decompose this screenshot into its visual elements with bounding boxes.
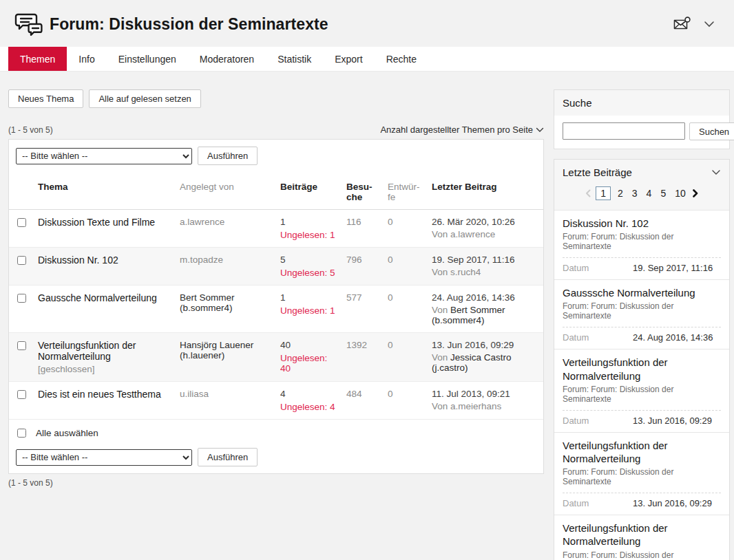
topic-row: Verteilungsfunktion der Normalverteilung… [9,333,543,382]
column-header[interactable]: Besu-che [341,172,382,210]
latest-post-forum: Forum: Forum: Diskussion der Seminartext… [563,550,721,560]
main-column: Neues Thema Alle auf gelesen setzen (1 -… [8,89,544,488]
tab[interactable]: Moderatoren [188,47,266,71]
column-header[interactable]: Letzter Beitrag [426,172,543,210]
bulk-action-select-top[interactable]: -- Bitte wählen -- [16,148,192,164]
unread-link[interactable]: Ungelesen: 1 [280,305,335,316]
unread-link[interactable]: Ungelesen: 1 [280,230,335,240]
bulk-action-select-bottom[interactable]: -- Bitte wählen -- [16,449,192,466]
last-post-date: 19. Sep 2017, 11:16 [432,255,538,265]
last-post-author: Von Bert Sommer (b.sommer4) [432,305,538,325]
tab[interactable]: Einstellungen [107,47,188,71]
execute-button-top[interactable]: Ausführen [198,147,258,165]
latest-post-item: Verteilungsfunktion der Normalverteilung… [554,432,729,515]
topic-author: m.topadze [180,255,223,265]
tab[interactable]: Info [67,47,106,71]
column-header[interactable]: Entwür-fe [382,172,426,210]
latest-post-forum: Forum: Forum: Diskussion der Seminartext… [563,385,721,404]
post-count: 5 [280,255,335,265]
search-input[interactable] [563,122,685,140]
page-number[interactable]: 4 [644,187,654,200]
unread-link[interactable]: Ungelesen: 4 [280,402,335,412]
visit-count: 796 [346,255,362,265]
column-header[interactable]: Thema [32,172,174,210]
search-panel: Suche Suchen [554,89,730,149]
date-value: 24. Aug 2016, 14:36 [633,332,713,343]
topic-link[interactable]: Verteilungsfunktion der Normalverteilung [38,340,136,362]
date-label: Datum [563,263,633,273]
row-checkbox[interactable] [17,341,26,350]
latest-post-link[interactable]: Verteilungsfunktion der Normalverteilung [563,356,721,382]
tab[interactable]: Export [323,47,374,71]
per-page-dropdown[interactable]: Anzahl dargestellter Themen pro Seite [380,125,544,135]
topic-author: Hansjörg Lauener (h.lauener) [180,340,253,360]
post-count: 4 [280,389,335,399]
per-page-label: Anzahl dargestellter Themen pro Seite [380,125,533,135]
date-value: 19. Sep 2017, 11:16 [633,263,713,273]
divider [563,493,721,493]
topic-link[interactable]: Diskussion Nr. 102 [38,255,118,266]
topics-table-panel: -- Bitte wählen -- Ausführen Thema Angel… [8,139,544,474]
draft-count: 0 [388,340,393,350]
post-count: 40 [280,340,335,350]
unread-link[interactable]: Ungelesen: 40 [280,353,335,374]
latest-post-item: Gausssche Normalverteilung Forum: Forum:… [554,279,729,349]
topic-link[interactable]: Dies ist ein neues Testthema [38,389,161,400]
page-title: Forum: Diskussion der Seminartexte [50,15,328,34]
topic-author: Bert Sommer (b.sommer4) [180,292,235,313]
divider [563,257,721,258]
latest-post-link[interactable]: Gausssche Normalverteilung [563,286,721,299]
collapse-chevron-icon[interactable] [711,169,721,175]
latest-posts-panel: Letzte Beiträge 1 2 3 [554,159,730,560]
topic-row: Dies ist ein neues Testthema u.iliasa 4 … [9,382,543,420]
column-header[interactable]: Angelegt von [174,172,275,210]
search-button[interactable]: Suchen [689,122,734,140]
latest-post-item: Verteilungsfunktion der Normalverteilung… [554,515,729,560]
topic-link[interactable]: Gaussche Normalverteilung [38,292,157,303]
latest-post-link[interactable]: Diskussion Nr. 102 [563,217,721,230]
date-label: Datum [563,498,633,508]
latest-pagination: 1 2 3 4 5 10 [554,185,729,206]
latest-post-forum: Forum: Forum: Diskussion der Seminartext… [563,467,721,486]
latest-post-item: Verteilungsfunktion der Normalverteilung… [554,349,729,431]
topic-link[interactable]: Diskussion Texte und Filme [38,217,155,228]
column-header[interactable]: Beiträge [275,172,341,210]
last-post-author: Von a.meierhans [432,401,538,411]
row-checkbox[interactable] [17,218,26,227]
mark-all-read-button[interactable]: Alle auf gelesen setzen [89,89,200,108]
select-all-checkbox[interactable] [17,429,26,438]
topic-author: a.lawrence [180,217,224,227]
tab[interactable]: Rechte [375,47,428,71]
latest-post-forum: Forum: Forum: Diskussion der Seminartext… [563,232,721,251]
execute-button-bottom[interactable]: Ausführen [198,448,258,466]
header-dropdown-chevron-icon[interactable] [704,21,715,28]
topic-author: u.iliasa [180,389,209,399]
row-checkbox[interactable] [17,256,26,265]
latest-post-link[interactable]: Verteilungsfunktion der Normalverteilung [563,439,721,465]
topic-status: [geschlossen] [38,364,169,374]
date-value: 13. Jun 2016, 09:29 [633,498,712,508]
header-checkbox-spacer [9,172,32,210]
divider [563,327,721,327]
page-number[interactable]: 10 [673,187,688,200]
latest-post-link[interactable]: Verteilungsfunktion der Normalverteilung [563,521,721,548]
date-value: 13. Jun 2016, 09:29 [633,416,712,426]
latest-post-forum: Forum: Forum: Diskussion der Seminartext… [563,301,721,321]
page-number[interactable]: 2 [616,187,625,200]
page-number[interactable]: 5 [658,187,668,200]
visit-count: 577 [346,292,362,303]
new-topic-button[interactable]: Neues Thema [8,89,83,108]
visit-count: 116 [346,217,361,227]
row-checkbox[interactable] [17,294,26,303]
latest-posts-title: Letzte Beiträge [563,166,632,178]
draft-count: 0 [388,255,393,265]
tab[interactable]: Statistik [266,47,323,71]
tab[interactable]: Themen [8,47,67,71]
notification-mail-icon[interactable] [673,17,691,32]
unread-link[interactable]: Ungelesen: 5 [280,268,335,278]
next-page-icon[interactable] [693,189,698,197]
last-post-date: 24. Aug 2016, 14:36 [432,292,538,303]
page-number[interactable]: 3 [630,187,640,200]
row-checkbox[interactable] [17,390,26,399]
page-number[interactable]: 1 [596,186,611,200]
